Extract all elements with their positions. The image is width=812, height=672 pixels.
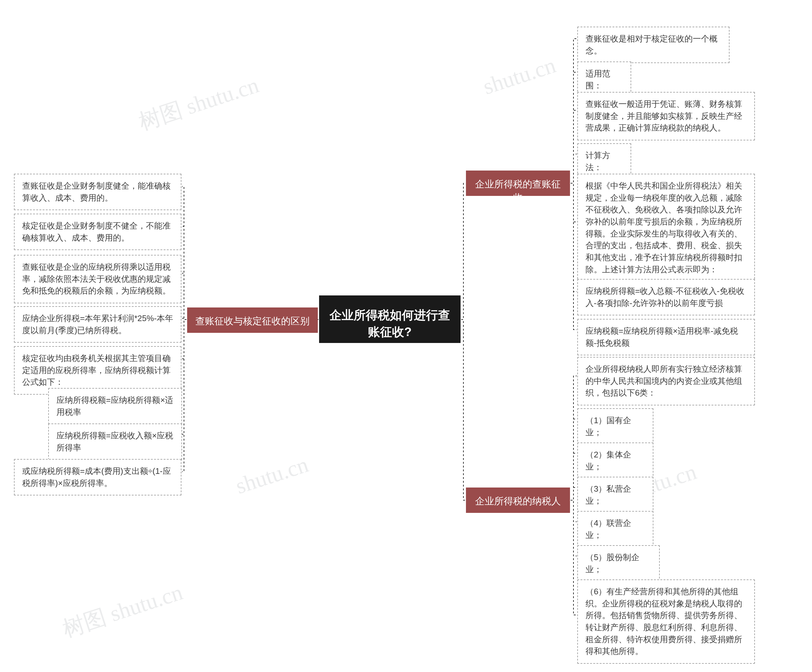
watermark: shutu.cn <box>232 452 311 499</box>
leaf-node[interactable]: 应纳税所得额=收入总额-不征税收入-免税收入-各项扣除-允许弥补的以前年度亏损 <box>577 279 755 315</box>
leaf-node[interactable]: （4）联营企业； <box>577 511 653 548</box>
leaf-node[interactable]: 应纳税所得额=应税收入额×应税所得率 <box>48 424 182 460</box>
leaf-node[interactable]: 查账征收是相对于核定征收的一个概念。 <box>577 27 730 63</box>
mindmap-canvas: 树图 shutu.cn shutu.cn shutu.cn 树图 shutu.c… <box>0 0 812 672</box>
leaf-node[interactable]: 企业所得税纳税人即所有实行独立经济核算的中华人民共和国境内的内资企业或其他组织，… <box>577 357 755 405</box>
leaf-node[interactable]: 应纳税额=应纳税所得额×适用税率-减免税额-抵免税额 <box>577 319 755 356</box>
leaf-node[interactable]: （3）私营企业； <box>577 477 653 513</box>
leaf-node[interactable]: 应纳企业所得税=本年累计利润*25%-本年度以前月(季度)已纳所得税。 <box>14 306 181 343</box>
leaf-node[interactable]: （2）集体企业； <box>577 442 653 479</box>
leaf-node[interactable]: 应纳所得税额=应纳税所得额×适用税率 <box>48 388 182 424</box>
branch-left[interactable]: 查账征收与核定征收的区别 <box>187 308 318 333</box>
leaf-node[interactable]: 核定征收是企业财务制度不健全，不能准确核算收入、成本、费用的。 <box>14 214 181 250</box>
leaf-node[interactable]: 查账征收是企业财务制度健全，能准确核算收入、成本、费用的。 <box>14 174 181 210</box>
branch-right-top[interactable]: 企业所得税的查账征收 <box>466 170 570 196</box>
leaf-node[interactable]: 根据《中华人民共和国企业所得税法》相关规定，企业每一纳税年度的收入总额，减除不征… <box>577 174 755 282</box>
root-node[interactable]: 企业所得税如何进行查账征收? <box>319 296 461 343</box>
leaf-node[interactable]: 或应纳税所得额=成本(费用)支出额÷(1-应税所得率)×应税所得率。 <box>14 459 181 495</box>
leaf-node[interactable]: （5）股份制企业； <box>577 545 660 582</box>
leaf-node[interactable]: 查账征收是企业的应纳税所得乘以适用税率，减除依照本法关于税收优惠的规定减免和抵免… <box>14 255 181 303</box>
leaf-node[interactable]: 查账征收一般适用于凭证、账薄、财务核算制度健全，并且能够如实核算，反映生产经营成… <box>577 92 755 140</box>
branch-right-bot[interactable]: 企业所得税的纳税人 <box>466 488 570 513</box>
leaf-node[interactable]: （1）国有企业； <box>577 408 653 445</box>
watermark: shutu.cn <box>480 53 559 100</box>
leaf-node[interactable]: 核定征收均由税务机关根据其主管项目确定适用的应税所得率，应纳所得税额计算公式如下… <box>14 346 181 395</box>
watermark: 树图 shutu.cn <box>135 70 263 137</box>
watermark: 树图 shutu.cn <box>59 578 186 645</box>
leaf-node[interactable]: （6）有生产经营所得和其他所得的其他组织。企业所得税的征税对象是纳税人取得的所得… <box>577 579 755 664</box>
